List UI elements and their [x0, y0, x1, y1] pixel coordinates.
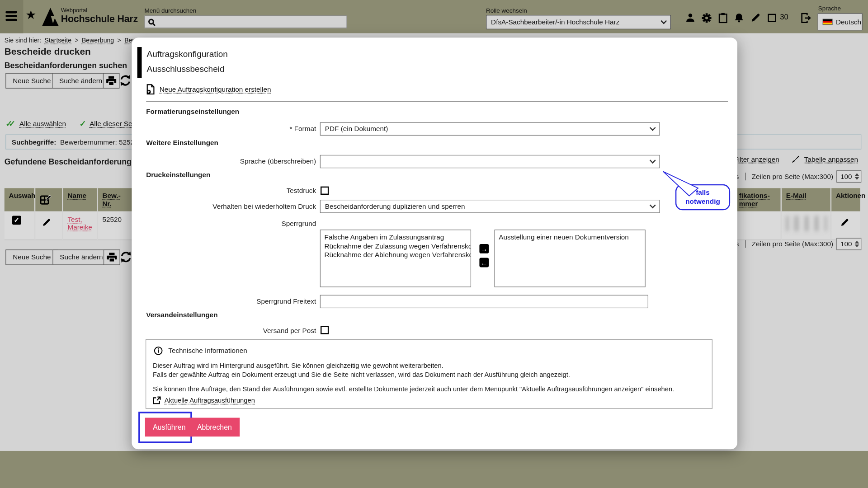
- repeat-print-label: Verhalten bei wiederholtem Druck: [146, 202, 316, 210]
- section-druck: Druckeinstellungen: [146, 171, 210, 178]
- checkbox-square-icon[interactable]: [766, 12, 777, 23]
- move-left-button[interactable]: ←: [479, 258, 489, 267]
- title-accent-bar: [137, 47, 142, 78]
- favorites-star-icon[interactable]: ★: [25, 9, 36, 21]
- breadcrumb-bewerbung[interactable]: Bewerbung: [82, 37, 114, 44]
- settings-gear-icon[interactable]: [701, 12, 712, 23]
- move-right-button[interactable]: →: [479, 244, 489, 253]
- role-switch-select[interactable]: DfsA-Sachbearbeiter/-in Hochschule Harz: [486, 15, 671, 29]
- info-line1: Dieser Auftrag wird im Hintergrund ausge…: [153, 362, 443, 370]
- change-search-button-bottom[interactable]: Suche ändern: [52, 249, 110, 265]
- stepper-arrows-icon[interactable]: [855, 241, 859, 248]
- search-terms-label: Suchbegriffe:: [12, 138, 57, 146]
- execute-button[interactable]: Ausführen: [145, 418, 193, 436]
- language-value: Deutsch: [836, 18, 861, 26]
- create-config-link[interactable]: Neue Auftragskonfiguration erstellen: [146, 84, 271, 94]
- breadcrumb-prefix: Sie sind hier:: [5, 37, 41, 44]
- list-option[interactable]: Rücknahme der Ablehnung wegen Verfahrens…: [321, 251, 471, 260]
- pagination-row-top: gebnis Zeilen pro Seite (Max:300) 100: [718, 170, 861, 183]
- redacted-email: [786, 216, 827, 231]
- row-identnr-cell: [735, 211, 782, 240]
- select-all-link[interactable]: Alle auswählen: [19, 120, 66, 128]
- printer-icon: [106, 252, 117, 262]
- cancel-button[interactable]: Abbrechen: [189, 418, 240, 436]
- column-header-name[interactable]: Name: [63, 188, 98, 211]
- chevron-down-icon: [650, 202, 656, 208]
- user-profile-icon[interactable]: [685, 12, 696, 23]
- hochschule-harz-logo: [41, 6, 60, 27]
- column-header-bewnr[interactable]: Bew.- Nr.: [98, 188, 136, 211]
- rows-per-page-value: 100: [840, 240, 852, 248]
- divider-line: [146, 101, 728, 102]
- column-header-email[interactable]: E-Mail: [782, 188, 831, 211]
- rows-per-page-label: Zeilen pro Seite (Max:300): [752, 173, 833, 180]
- row-select-cell: ✓: [5, 211, 36, 240]
- column-header-edit: [35, 188, 63, 211]
- brand-pretitle: Webportal: [61, 7, 87, 14]
- divider: [745, 173, 745, 180]
- dialog-title-line2: Ausschlussbescheid: [146, 64, 224, 74]
- refresh-icon[interactable]: [119, 75, 131, 88]
- falls-notwendig-annotation: falls notwendig: [656, 166, 739, 216]
- rows-per-page-value: 100: [840, 173, 852, 180]
- page-title: Bescheide drucken: [5, 47, 91, 57]
- external-link-icon: [153, 396, 161, 404]
- change-search-button[interactable]: Suche ändern: [52, 73, 109, 89]
- brand-title: Hochschule Harz: [61, 13, 138, 25]
- print-button[interactable]: [103, 73, 120, 89]
- column-header-identnr[interactable]: fikations- mmer: [735, 188, 782, 211]
- list-option[interactable]: Ausstellung einer neuen Dokumentversion: [495, 233, 645, 242]
- dialog-title-line1: Auftragskonfiguration: [146, 49, 227, 59]
- new-search-button[interactable]: Neue Suche: [5, 73, 58, 89]
- edit-pencil-icon[interactable]: [840, 218, 849, 227]
- notifications-bell-icon[interactable]: [733, 12, 744, 23]
- top-navbar: ★ Webportal Hochschule Harz Menü durchsu…: [0, 0, 868, 33]
- printer-icon: [106, 76, 117, 86]
- customize-table-link[interactable]: Tabelle anpassen: [804, 155, 858, 163]
- print-button-bottom[interactable]: [104, 249, 120, 265]
- menu-search-input[interactable]: [145, 15, 347, 28]
- language-override-select[interactable]: [320, 155, 660, 168]
- page-footer: HISinOne IMPRESSUM | DATENSCHUTZ | ERKLÄ…: [0, 451, 868, 488]
- show-filter-link[interactable]: Filter anzeigen: [734, 155, 779, 163]
- stepper-arrows-icon[interactable]: [855, 173, 859, 180]
- freitext-input[interactable]: [320, 295, 648, 308]
- list-option[interactable]: Falsche Angaben im Zulassungsantrag: [321, 233, 471, 242]
- list-option[interactable]: Rücknahme der Zulassung wegen Verfahrens…: [321, 242, 471, 251]
- new-search-button-bottom[interactable]: Neue Suche: [5, 249, 58, 265]
- applicant-name-link[interactable]: Test,Mareike: [67, 216, 92, 231]
- breadcrumb: Sie sind hier: Startseite > Bewerbung > …: [5, 37, 139, 44]
- row-name-cell: Test,Mareike: [63, 211, 98, 240]
- repeat-print-select[interactable]: Bescheidanforderung duplizieren und sper…: [320, 200, 660, 213]
- edit-table-icon: [40, 194, 52, 205]
- logout-icon[interactable]: [801, 12, 811, 23]
- rows-per-page-stepper[interactable]: 100: [836, 170, 861, 183]
- row-checkbox-checked[interactable]: ✓: [12, 216, 21, 225]
- versand-post-checkbox[interactable]: [321, 326, 329, 334]
- clipboard-icon[interactable]: [717, 12, 728, 23]
- edit-pencil-icon[interactable]: [750, 12, 761, 23]
- refresh-icon-bottom[interactable]: [120, 251, 132, 264]
- row-bewnr-cell: 52520: [98, 211, 136, 240]
- select-links-row: ✓✓ Alle auswählen ✓ Alle dieser Seite a: [5, 119, 145, 129]
- format-select[interactable]: PDF (ein Dokument): [320, 122, 660, 136]
- format-value: PDF (ein Dokument): [325, 125, 388, 133]
- hamburger-menu-button[interactable]: [0, 0, 23, 33]
- arrow-left-icon: ←: [481, 258, 487, 266]
- breadcrumb-startseite[interactable]: Startseite: [45, 37, 71, 44]
- table-tools-row: Filter anzeigen Tabelle anpassen: [722, 155, 858, 163]
- chevron-down-icon: [660, 18, 667, 24]
- section-formatierung: Formatierungseinstellungen: [146, 108, 239, 116]
- search-icon: [148, 18, 156, 26]
- rows-per-page-stepper[interactable]: 100: [836, 238, 861, 250]
- edit-pencil-icon[interactable]: [42, 218, 51, 227]
- customize-brush-icon: [792, 155, 800, 163]
- language-label: Sprache: [818, 5, 841, 12]
- check-icon: ✓: [79, 119, 86, 129]
- language-select[interactable]: Deutsch: [818, 13, 863, 30]
- section-versand: Versandeinstellungen: [146, 311, 217, 319]
- sperrgrund-selected-list[interactable]: Ausstellung einer neuen Dokumentversion: [494, 230, 645, 287]
- testdruck-checkbox[interactable]: [321, 187, 329, 195]
- sperrgrund-available-list[interactable]: Falsche Angaben im Zulassungsantrag Rück…: [320, 230, 471, 287]
- current-jobs-link[interactable]: Aktuelle Auftragsausführungen: [153, 396, 255, 404]
